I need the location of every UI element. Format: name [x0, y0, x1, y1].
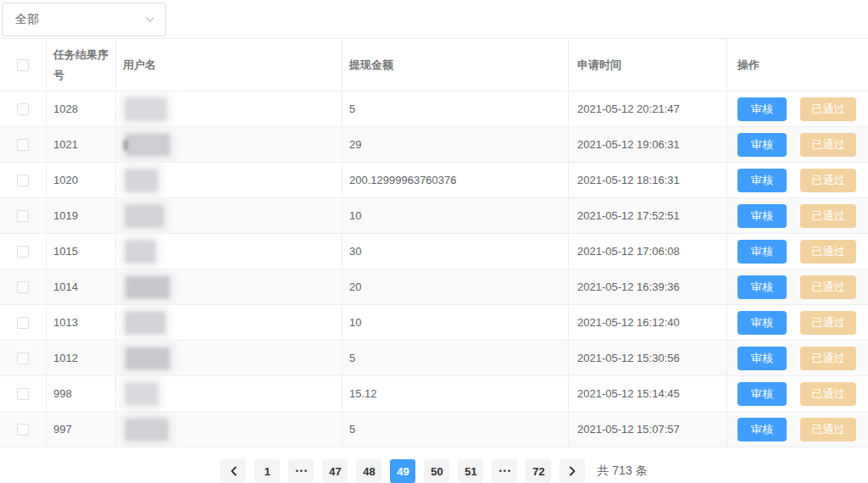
username-cell — [116, 376, 342, 411]
page-button-49[interactable]: 49 — [390, 459, 415, 483]
review-button[interactable]: 审核 — [737, 382, 787, 406]
page-button-72[interactable]: 72 — [526, 459, 551, 483]
row-checkbox[interactable] — [17, 210, 29, 222]
task-id-cell: 1019 — [47, 198, 116, 233]
row-checkbox-cell — [0, 376, 47, 411]
task-id-cell: 1014 — [47, 269, 116, 304]
approved-button[interactable]: 已通过 — [800, 418, 856, 441]
username-cell — [116, 127, 342, 162]
review-button[interactable]: 审核 — [737, 204, 787, 228]
table-row: 1020 200.12999963760376 2021-05-12 18:16… — [0, 163, 868, 198]
more-pages-button[interactable]: ••• — [492, 459, 517, 483]
username-cell — [116, 234, 342, 269]
chevron-right-icon — [569, 466, 576, 476]
row-checkbox-cell — [0, 127, 47, 162]
review-button[interactable]: 审核 — [737, 133, 787, 157]
row-checkbox[interactable] — [17, 388, 29, 400]
amount-cell: 30 — [342, 234, 569, 269]
amount-cell: 200.12999963760376 — [342, 163, 569, 197]
row-checkbox[interactable] — [17, 175, 29, 186]
username-cell — [116, 198, 342, 233]
amount-cell: 20 — [342, 269, 569, 304]
review-button[interactable]: 审核 — [737, 169, 787, 192]
table-row: 997 5 2021-05-12 15:07:57 审核 已通过 — [0, 412, 868, 447]
page-button-1[interactable]: 1 — [254, 459, 280, 483]
redaction-mark — [124, 140, 127, 150]
review-button[interactable]: 审核 — [737, 311, 787, 335]
review-button[interactable]: 审核 — [737, 240, 787, 264]
username-cell — [116, 92, 342, 126]
withdrawal-review-page: 全部 任务结果序号 用户名 提现金额 申请时间 操作 1028 5 2021-0… — [0, 0, 868, 483]
approved-button[interactable]: 已通过 — [800, 169, 856, 192]
column-header-actions: 操作 — [727, 39, 868, 91]
apply-time-cell: 2021-05-12 15:14:45 — [569, 376, 727, 411]
row-checkbox-cell — [0, 163, 47, 197]
actions-cell: 审核 已通过 — [727, 376, 868, 411]
column-header-task-id: 任务结果序号 — [47, 39, 116, 91]
row-checkbox[interactable] — [17, 424, 29, 436]
approved-button[interactable]: 已通过 — [800, 275, 856, 299]
approved-button[interactable]: 已通过 — [800, 97, 856, 121]
page-button-50[interactable]: 50 — [424, 459, 449, 483]
row-checkbox[interactable] — [17, 353, 29, 364]
row-checkbox[interactable] — [17, 246, 29, 258]
task-id-cell: 1021 — [47, 127, 116, 162]
row-checkbox[interactable] — [17, 317, 29, 329]
row-checkbox-cell — [0, 305, 47, 340]
table-row: 1015 30 2021-05-12 17:06:08 审核 已通过 — [0, 234, 868, 269]
amount-cell: 5 — [342, 412, 569, 447]
username-redacted — [125, 276, 170, 298]
approved-button[interactable]: 已通过 — [800, 311, 856, 335]
row-checkbox[interactable] — [17, 139, 29, 151]
more-pages-button[interactable]: ••• — [288, 459, 314, 483]
prev-page-button[interactable] — [220, 459, 246, 483]
approved-button[interactable]: 已通过 — [800, 347, 856, 370]
review-button[interactable]: 审核 — [737, 97, 787, 121]
username-cell — [116, 305, 342, 340]
amount-cell: 10 — [342, 305, 569, 340]
amount-cell: 5 — [342, 341, 569, 375]
review-button[interactable]: 审核 — [737, 347, 787, 370]
chevron-left-icon — [230, 466, 237, 476]
table-row: 998 15.12 2021-05-12 15:14:45 审核 已通过 — [0, 376, 868, 412]
task-id-cell: 1020 — [47, 163, 116, 197]
username-cell — [116, 341, 342, 375]
page-button-48[interactable]: 48 — [356, 459, 381, 483]
actions-cell: 审核 已通过 — [727, 127, 868, 162]
amount-cell: 5 — [342, 92, 569, 126]
apply-time-cell: 2021-05-12 15:07:57 — [569, 412, 727, 447]
table-row: 1013 10 2021-05-12 16:12:40 审核 已通过 — [0, 305, 868, 341]
pagination: 1•••4748495051•••72 共 713 条 — [0, 459, 868, 483]
row-checkbox-cell — [0, 234, 47, 269]
table-body: 1028 5 2021-05-12 20:21:47 审核 已通过 1021 2… — [0, 92, 868, 447]
username-redacted — [125, 169, 158, 192]
amount-cell: 10 — [342, 198, 569, 233]
row-checkbox[interactable] — [17, 281, 29, 293]
filter-select[interactable]: 全部 — [2, 3, 166, 36]
actions-cell: 审核 已通过 — [727, 305, 868, 340]
username-cell — [116, 269, 342, 304]
username-redacted — [125, 419, 168, 441]
page-button-51[interactable]: 51 — [458, 459, 483, 483]
approved-button[interactable]: 已通过 — [800, 240, 856, 264]
page-button-47[interactable]: 47 — [322, 459, 348, 483]
actions-cell: 审核 已通过 — [727, 269, 868, 304]
withdrawals-table: 任务结果序号 用户名 提现金额 申请时间 操作 1028 5 2021-05-1… — [0, 38, 868, 447]
apply-time-cell: 2021-05-12 15:30:56 — [569, 341, 727, 375]
actions-cell: 审核 已通过 — [727, 198, 868, 233]
row-checkbox[interactable] — [17, 103, 29, 115]
username-redacted — [125, 98, 166, 120]
approved-button[interactable]: 已通过 — [800, 382, 856, 406]
task-id-cell: 998 — [47, 376, 116, 411]
apply-time-cell: 2021-05-12 20:21:47 — [569, 92, 727, 126]
actions-cell: 审核 已通过 — [727, 92, 868, 126]
review-button[interactable]: 审核 — [737, 275, 787, 299]
review-button[interactable]: 审核 — [737, 418, 787, 441]
approved-button[interactable]: 已通过 — [800, 204, 856, 228]
amount-cell: 29 — [342, 127, 569, 162]
select-all-checkbox[interactable] — [17, 59, 29, 71]
next-page-button[interactable] — [559, 459, 585, 483]
approved-button[interactable]: 已通过 — [800, 133, 856, 157]
header-checkbox-cell — [0, 39, 47, 91]
column-header-amount: 提现金额 — [342, 39, 569, 91]
